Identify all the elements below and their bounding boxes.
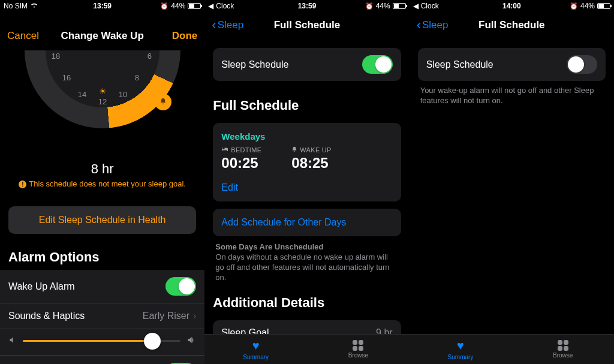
wake-up-alarm-label: Wake Up Alarm: [8, 281, 75, 292]
weekdays-label: Weekdays: [221, 131, 392, 142]
nav-bar: Cancel Change Wake Up Done: [0, 23, 204, 49]
sleep-clock[interactable]: 18 16 14 12 10 8 6 ☀: [0, 50, 204, 137]
bell-icon: [291, 146, 297, 154]
screen-full-schedule-on: ◀ Clock 13:59 ⏰ 44% ‹ Sleep Full Schedul…: [204, 0, 409, 364]
status-time: 13:59: [93, 2, 112, 10]
wake-up-alarm-row: Wake Up Alarm: [0, 270, 204, 303]
clock-number: 18: [52, 52, 60, 61]
alarm-icon: ⏰: [365, 2, 374, 10]
sleep-schedule-toggle[interactable]: [362, 55, 393, 74]
bed-icon: [221, 146, 228, 154]
status-bar: No SIM 13:59 ⏰ 44%: [0, 0, 204, 12]
sleep-goal-row[interactable]: Sleep Goal 9 hr: [213, 320, 401, 334]
wake-handle[interactable]: [155, 94, 171, 110]
battery-icon: [597, 3, 610, 9]
speaker-high-icon: [186, 335, 196, 347]
clock-number: 8: [135, 73, 139, 82]
tab-label: Summary: [243, 354, 269, 360]
schedule-card: Weekdays BEDTIME 00:25: [213, 123, 401, 201]
breadcrumb-back[interactable]: ◀ Clock: [413, 2, 439, 10]
wakeup-label: WAKE UP: [300, 146, 331, 154]
status-bar: ◀ Clock 13:59 ⏰ 44%: [204, 0, 409, 12]
sleep-goal-label: Sleep Goal: [221, 327, 269, 334]
nav-bar: ‹ Sleep Full Schedule: [410, 12, 614, 38]
status-bar: ◀ Clock 14:00 ⏰ 44%: [410, 0, 614, 12]
tab-summary[interactable]: ♥ Summary: [204, 335, 307, 364]
full-schedule-title: Full Schedule: [213, 98, 401, 113]
tab-label: Browse: [348, 352, 368, 359]
sleep-goal-value: 9 hr: [376, 327, 393, 334]
sleep-schedule-row: Sleep Schedule: [213, 48, 401, 81]
content: 18 16 14 12 10 8 6 ☀ 8 hr !This schedule…: [0, 49, 204, 364]
wakeup-value: 08:25: [291, 155, 331, 172]
clock-number: 6: [148, 52, 152, 61]
tab-browse[interactable]: Browse: [511, 335, 614, 364]
tab-label: Summary: [448, 354, 474, 360]
volume-slider[interactable]: [23, 340, 180, 342]
sleep-goal-warning: !This schedule does not meet your sleep …: [0, 179, 204, 188]
battery-icon: [393, 3, 406, 9]
wifi-icon: [30, 2, 38, 10]
sleep-schedule-toggle[interactable]: [567, 55, 597, 74]
battery-icon: [188, 3, 201, 9]
done-button[interactable]: Done: [172, 30, 198, 42]
tab-bar: ♥ Summary Browse: [204, 334, 409, 364]
edit-schedule-link[interactable]: Edit: [221, 182, 392, 193]
speaker-low-icon: [8, 336, 17, 346]
sounds-value: Early Riser: [143, 311, 189, 321]
nav-title: Full Schedule: [478, 19, 545, 31]
off-footer: Your wake-up alarm will not go off and o…: [420, 86, 603, 106]
bedtime-value: 00:25: [221, 155, 261, 172]
carrier-text: No SIM: [4, 2, 28, 10]
battery-percent: 44%: [171, 2, 185, 10]
status-time: 14:00: [502, 2, 521, 10]
tab-browse[interactable]: Browse: [307, 335, 410, 364]
duration-label: 8 hr: [0, 161, 204, 177]
unscheduled-body: On days without a schedule no wake up al…: [215, 252, 398, 283]
back-button[interactable]: ‹ Sleep: [212, 17, 243, 33]
alarm-icon: ⏰: [570, 2, 578, 10]
back-app-label: Clock: [216, 2, 234, 10]
battery-percent: 44%: [376, 2, 390, 10]
back-button[interactable]: ‹ Sleep: [417, 17, 449, 33]
sounds-haptics-label: Sounds & Haptics: [8, 311, 85, 321]
cancel-button[interactable]: Cancel: [7, 30, 39, 42]
back-triangle-icon: ◀: [413, 2, 419, 10]
content: Sleep Schedule Full Schedule Weekdays BE…: [204, 38, 409, 334]
snooze-row: Snooze: [0, 356, 204, 364]
content: Sleep Schedule Your wake-up alarm will n…: [410, 38, 614, 334]
warning-icon: !: [19, 181, 26, 188]
chevron-right-icon: ›: [193, 311, 196, 321]
edit-schedule-health-button[interactable]: Edit Sleep Schedule in Health: [8, 206, 196, 234]
volume-slider-row: [0, 329, 204, 356]
clock-number: 10: [119, 90, 127, 99]
tab-summary[interactable]: ♥ Summary: [410, 335, 512, 364]
back-triangle-icon: ◀: [208, 2, 213, 10]
chevron-left-icon: ‹: [212, 17, 216, 33]
screen-change-wakeup: No SIM 13:59 ⏰ 44% Cancel Change Wake Up…: [0, 0, 204, 364]
sounds-haptics-row[interactable]: Sounds & Haptics Early Riser ›: [0, 303, 204, 329]
nav-bar: ‹ Sleep Full Schedule: [204, 12, 409, 38]
nav-title: Full Schedule: [274, 19, 341, 31]
bedtime-label: BEDTIME: [231, 146, 261, 154]
screen-full-schedule-off: ◀ Clock 14:00 ⏰ 44% ‹ Sleep Full Schedul…: [410, 0, 614, 364]
sun-icon: ☀: [99, 86, 107, 96]
status-time: 13:59: [298, 2, 317, 10]
add-schedule-button[interactable]: Add Schedule for Other Days: [213, 209, 401, 236]
sleep-schedule-label: Sleep Schedule: [426, 59, 493, 70]
unscheduled-title: Some Days Are Unscheduled: [215, 242, 398, 251]
tab-label: Browse: [553, 352, 573, 359]
tab-bar: ♥ Summary Browse: [410, 334, 614, 364]
heart-icon: ♥: [457, 339, 464, 353]
breadcrumb-back[interactable]: ◀ Clock: [208, 2, 234, 10]
sleep-schedule-label: Sleep Schedule: [221, 59, 288, 70]
alarm-icon: ⏰: [160, 2, 168, 10]
wake-up-alarm-toggle[interactable]: [165, 277, 196, 296]
bell-icon: [159, 98, 167, 107]
heart-icon: ♥: [252, 339, 260, 353]
clock-number: 12: [98, 97, 107, 106]
additional-details-title: Additional Details: [213, 295, 401, 311]
chevron-left-icon: ‹: [417, 17, 421, 33]
grid-icon: [558, 340, 568, 351]
back-app-label: Clock: [421, 2, 439, 10]
